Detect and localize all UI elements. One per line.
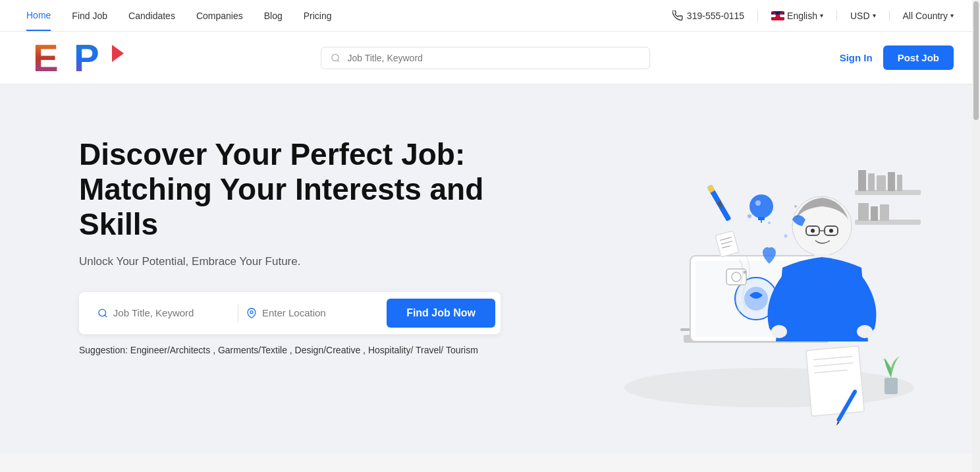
phone-icon bbox=[672, 11, 683, 21]
svg-point-47 bbox=[794, 205, 797, 208]
nav-find-job[interactable]: Find Job bbox=[72, 1, 107, 30]
hero-content: Discover Your Perfect Job: Matching Your… bbox=[79, 137, 514, 355]
job-search-field[interactable] bbox=[90, 305, 238, 322]
svg-point-29 bbox=[857, 325, 873, 338]
hero-section: Discover Your Perfect Job: Matching Your… bbox=[0, 84, 980, 454]
header-actions: Sign In Post Job bbox=[840, 45, 954, 70]
scrollbar-thumb[interactable] bbox=[973, 1, 979, 120]
svg-line-6 bbox=[105, 315, 107, 317]
svg-point-5 bbox=[99, 309, 106, 316]
lang-chevron-icon: ▾ bbox=[820, 12, 823, 19]
country-chevron-icon: ▾ bbox=[950, 12, 954, 19]
header-search-icon bbox=[331, 53, 340, 63]
top-bar: Home Find Job Candidates Companies Blog … bbox=[0, 0, 980, 32]
svg-point-36 bbox=[755, 200, 761, 206]
location-icon bbox=[246, 307, 257, 319]
svg-point-3 bbox=[332, 54, 339, 61]
country-selector[interactable]: All Country ▾ bbox=[903, 11, 954, 21]
location-search-field[interactable] bbox=[238, 305, 387, 322]
nav-blog[interactable]: Blog bbox=[264, 1, 283, 30]
top-nav: Home Find Job Candidates Companies Blog … bbox=[26, 1, 332, 31]
nav-home[interactable]: Home bbox=[26, 1, 51, 31]
job-title-input[interactable] bbox=[113, 307, 230, 318]
header-search-bar[interactable] bbox=[321, 47, 650, 69]
illustration-svg bbox=[598, 104, 940, 447]
svg-point-8 bbox=[624, 368, 914, 407]
currency-chevron-icon: ▾ bbox=[873, 12, 876, 19]
uk-flag-icon bbox=[771, 11, 784, 20]
scrollbar[interactable] bbox=[972, 0, 980, 454]
svg-point-26 bbox=[829, 229, 833, 233]
sign-in-button[interactable]: Sign In bbox=[840, 52, 873, 63]
hero-title: Discover Your Perfect Job: Matching Your… bbox=[79, 137, 514, 242]
svg-rect-55 bbox=[858, 203, 869, 221]
svg-point-43 bbox=[744, 271, 747, 274]
hero-subtitle: Unlock Your Potential, Embrace Your Futu… bbox=[79, 255, 514, 268]
svg-marker-2 bbox=[112, 45, 124, 62]
phone-number: 319-555-0115 bbox=[672, 11, 744, 21]
suggestions-list: Engineer/Architects , Garments/Textile ,… bbox=[130, 345, 478, 355]
svg-rect-56 bbox=[871, 206, 878, 221]
language-selector[interactable]: English ▾ bbox=[771, 11, 823, 21]
svg-point-7 bbox=[250, 310, 253, 313]
svg-point-46 bbox=[784, 235, 788, 238]
job-search-icon bbox=[97, 307, 108, 319]
divider bbox=[889, 11, 890, 21]
svg-point-28 bbox=[771, 325, 787, 338]
nav-companies[interactable]: Companies bbox=[196, 1, 243, 30]
svg-rect-58 bbox=[885, 378, 898, 394]
svg-text:P: P bbox=[74, 36, 99, 79]
hero-search-form: Find Job Now bbox=[79, 292, 501, 334]
svg-line-4 bbox=[338, 59, 340, 61]
top-bar-right: 319-555-0115 English ▾ USD ▾ All Country… bbox=[672, 11, 954, 21]
svg-rect-37 bbox=[715, 231, 739, 257]
find-job-button[interactable]: Find Job Now bbox=[387, 299, 495, 328]
svg-marker-20 bbox=[836, 421, 840, 427]
svg-rect-15 bbox=[806, 346, 864, 417]
currency-selector[interactable]: USD ▾ bbox=[850, 11, 876, 21]
divider bbox=[836, 11, 837, 21]
location-input[interactable] bbox=[262, 307, 379, 318]
svg-point-44 bbox=[748, 214, 751, 218]
svg-point-33 bbox=[749, 194, 773, 218]
divider bbox=[757, 11, 758, 21]
svg-rect-34 bbox=[758, 217, 765, 220]
header-search-input[interactable] bbox=[347, 53, 640, 63]
nav-pricing[interactable]: Pricing bbox=[304, 1, 332, 30]
post-job-button[interactable]: Post Job bbox=[883, 45, 954, 70]
nav-candidates[interactable]: Candidates bbox=[128, 1, 175, 30]
svg-rect-53 bbox=[897, 175, 902, 191]
svg-rect-49 bbox=[858, 170, 866, 191]
hero-illustration bbox=[598, 104, 940, 447]
svg-point-45 bbox=[768, 221, 771, 224]
logo: E P bbox=[26, 35, 132, 81]
svg-rect-57 bbox=[880, 204, 889, 221]
svg-point-25 bbox=[811, 229, 815, 233]
svg-rect-51 bbox=[877, 175, 886, 191]
svg-rect-52 bbox=[888, 172, 895, 191]
header: E P Sign In bbox=[0, 32, 980, 84]
logo-svg: E P bbox=[26, 35, 132, 81]
svg-rect-50 bbox=[868, 173, 875, 191]
suggestions: Suggestion: Engineer/Architects , Garmen… bbox=[79, 345, 514, 355]
svg-text:E: E bbox=[33, 36, 59, 79]
suggestions-label: Suggestion: bbox=[79, 345, 128, 355]
